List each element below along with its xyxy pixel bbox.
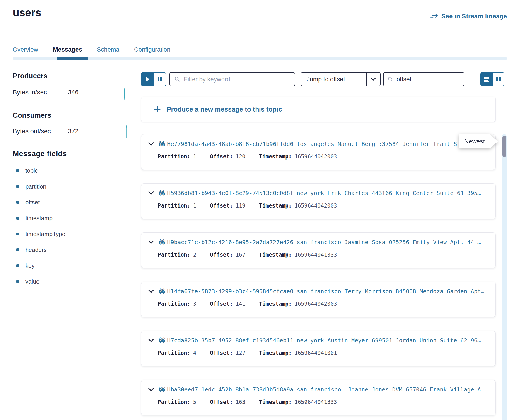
message-title: He77981da-4a43-48ab-b8f8-cb71b96ffdd0 lo… (167, 141, 457, 147)
sidebar-item-key[interactable]: key (16, 262, 65, 269)
message-title-row[interactable]: �� He77981da-4a43-48ab-b8f8-cb71b96ffdd0… (141, 138, 495, 150)
producers-heading: Producers (13, 72, 47, 80)
partition-value: 4 (193, 350, 196, 356)
partition-value: 1 (193, 153, 196, 160)
sidebar-item-value[interactable]: value (16, 278, 65, 285)
message-row[interactable]: �� H14fa67fe-5823-4299-b3c4-595845cfcae0… (141, 282, 496, 317)
field-bullet-icon (16, 185, 19, 188)
message-key-glyphs: �� (159, 141, 165, 147)
bytes-out-label: Bytes out/sec (13, 128, 51, 135)
offset-pair: Offset:167 (210, 252, 246, 258)
message-title-row[interactable]: �� H9bacc71c-b12c-4216-8e95-2a7da727e426… (141, 236, 495, 248)
sidebar-item-topic[interactable]: topic (16, 167, 65, 174)
message-title-row[interactable]: �� H5936db81-b943-4e0f-8c29-74513e0c0d8f… (141, 187, 495, 199)
jump-to-offset-select[interactable]: Jump to offset (301, 72, 381, 86)
message-meta: Partition:1 Offset:120 Timestamp:1659644… (141, 153, 495, 160)
message-title: Hba30eed7-1edc-452b-8b1a-738d3b5d8a9a sa… (167, 386, 484, 393)
partition-pair: Partition:2 (158, 252, 196, 258)
message-meta: Partition:4 Offset:127 Timestamp:1659644… (141, 350, 495, 356)
timestamp-label: Timestamp: (259, 202, 292, 209)
partition-value: 1 (193, 202, 196, 209)
pause-button[interactable] (154, 73, 166, 86)
partition-label: Partition: (158, 301, 191, 307)
partition-pair: Partition:5 (158, 399, 196, 405)
partition-value: 3 (193, 301, 196, 307)
select-chevron-area[interactable] (366, 73, 380, 86)
message-title-row[interactable]: �� H14fa67fe-5823-4299-b3c4-595845cfcae0… (141, 285, 495, 297)
tab-schema[interactable]: Schema (97, 46, 119, 59)
timestamp-pair: Timestamp:1659644042003 (259, 153, 337, 160)
chevron-down-icon[interactable] (148, 388, 154, 391)
chevron-down-icon (370, 77, 376, 81)
message-row[interactable]: �� H7cda825b-35b7-4952-88ef-c193d546eb11… (141, 331, 496, 366)
produce-message-label: Produce a new message to this topic (167, 106, 282, 113)
offset-label: Offset: (210, 350, 233, 356)
message-row[interactable]: �� He77981da-4a43-48ab-b8f8-cb71b96ffdd0… (141, 134, 496, 170)
message-row[interactable]: �� Hba30eed7-1edc-452b-8b1a-738d3b5d8a9a… (141, 380, 496, 415)
chevron-down-icon[interactable] (148, 191, 154, 195)
scrollbar-track[interactable] (502, 134, 507, 420)
field-bullet-icon (16, 201, 19, 204)
tab-configuration[interactable]: Configuration (134, 46, 170, 59)
sidebar-item-partition[interactable]: partition (16, 183, 65, 190)
filter-keyword-input[interactable] (184, 76, 290, 83)
field-bullet-icon (16, 264, 19, 267)
message-row[interactable]: �� H9bacc71c-b12c-4216-8e95-2a7da727e426… (141, 232, 496, 268)
plus-icon (154, 106, 161, 113)
field-bullet-icon (16, 217, 19, 219)
chevron-down-icon[interactable] (148, 338, 154, 342)
message-title-row[interactable]: �� H7cda825b-35b7-4952-88ef-c193d546eb11… (141, 334, 495, 346)
play-button[interactable] (142, 73, 154, 86)
column-view-button[interactable] (493, 73, 504, 86)
timestamp-label: Timestamp: (259, 350, 292, 356)
bytes-in-sparkline (123, 87, 127, 100)
partition-label: Partition: (158, 399, 191, 405)
scrollbar-thumb[interactable] (502, 136, 506, 157)
column-view-icon (496, 76, 501, 82)
chevron-down-icon[interactable] (148, 289, 154, 293)
chevron-down-icon[interactable] (148, 142, 154, 146)
message-key-glyphs: �� (159, 239, 165, 246)
timestamp-label: Timestamp: (259, 399, 292, 405)
field-label: headers (25, 247, 47, 254)
partition-value: 5 (193, 399, 196, 405)
chevron-down-icon[interactable] (148, 240, 154, 244)
timestamp-value: 1659644041333 (294, 399, 337, 405)
partition-label: Partition: (158, 350, 191, 356)
message-key-glyphs: �� (159, 190, 165, 196)
list-view-button[interactable] (481, 73, 493, 86)
view-mode-toggle (480, 72, 504, 86)
see-in-stream-lineage-link[interactable]: See in Stream lineage (430, 13, 507, 20)
list-view-icon (484, 76, 490, 82)
offset-value: 120 (236, 153, 245, 160)
field-label: timestampType (25, 231, 65, 238)
sidebar-item-timestamp[interactable]: timestamp (16, 215, 65, 222)
message-title: H5936db81-b943-4e0f-8c29-74513e0c0d8f ne… (167, 190, 481, 196)
sidebar-item-offset[interactable]: offset (16, 199, 65, 206)
offset-pair: Offset:120 (210, 153, 246, 160)
offset-search-input[interactable] (397, 76, 460, 83)
bytes-in-value: 346 (68, 89, 79, 96)
timestamp-pair: Timestamp:1659644041001 (259, 350, 337, 356)
offset-value: 163 (236, 399, 245, 405)
tab-bar: Overview Messages Schema Configuration (13, 46, 170, 59)
tab-overview[interactable]: Overview (13, 46, 38, 59)
message-title-row[interactable]: �� Hba30eed7-1edc-452b-8b1a-738d3b5d8a9a… (141, 383, 495, 395)
bytes-out-value: 372 (68, 128, 79, 135)
timestamp-value: 1659644042003 (294, 202, 337, 209)
offset-value: 167 (236, 252, 245, 258)
page-title: users (13, 6, 41, 19)
produce-message-button[interactable]: Produce a new message to this topic (141, 97, 496, 122)
message-row[interactable]: �� H5936db81-b943-4e0f-8c29-74513e0c0d8f… (141, 183, 496, 219)
sidebar-item-headers[interactable]: headers (16, 247, 65, 253)
field-bullet-icon (16, 248, 19, 251)
message-fields-heading: Message fields (13, 149, 67, 158)
active-tab-indicator (57, 58, 88, 60)
field-label: offset (25, 199, 40, 206)
message-meta: Partition:5 Offset:163 Timestamp:1659644… (141, 399, 495, 405)
field-bullet-icon (16, 280, 19, 283)
partition-label: Partition: (158, 252, 191, 258)
tab-messages[interactable]: Messages (53, 46, 82, 59)
partition-label: Partition: (158, 153, 191, 160)
sidebar-item-timestamptype[interactable]: timestampType (16, 231, 65, 237)
